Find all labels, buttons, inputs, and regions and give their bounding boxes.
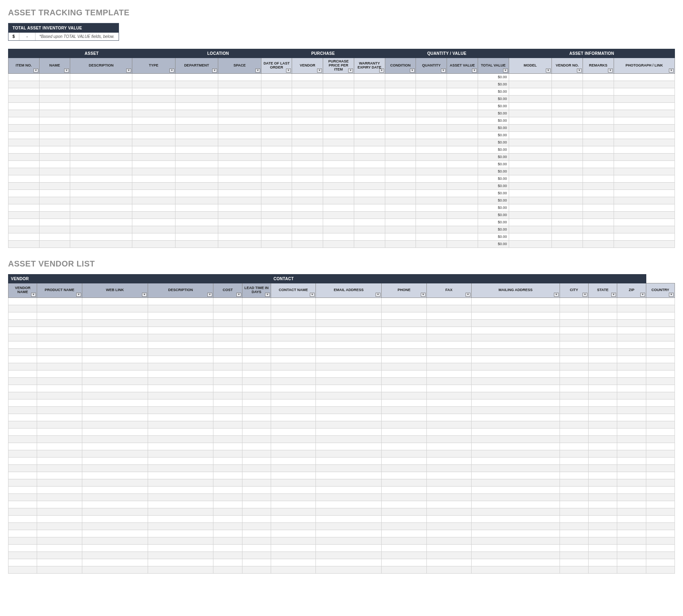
cell[interactable]	[132, 110, 175, 117]
filter-dropdown-icon[interactable]	[410, 69, 415, 73]
cell[interactable]	[37, 479, 82, 486]
cell[interactable]	[39, 233, 70, 240]
column-header[interactable]: DESCRIPTION	[70, 58, 132, 74]
filter-dropdown-icon[interactable]	[376, 293, 380, 297]
cell[interactable]	[552, 88, 583, 95]
cell[interactable]	[175, 146, 218, 153]
cell[interactable]	[8, 544, 37, 551]
cell[interactable]	[271, 522, 315, 530]
cell[interactable]	[148, 530, 213, 537]
cell[interactable]	[8, 457, 37, 464]
cell[interactable]	[175, 160, 218, 168]
cell[interactable]: $0.00	[478, 211, 509, 219]
cell[interactable]	[148, 421, 213, 428]
cell[interactable]	[588, 414, 617, 421]
cell[interactable]	[316, 472, 382, 479]
cell[interactable]	[472, 551, 560, 559]
cell[interactable]	[316, 450, 382, 457]
cell[interactable]	[560, 428, 588, 435]
cell[interactable]	[323, 73, 354, 81]
cell[interactable]	[82, 348, 148, 356]
cell[interactable]	[39, 168, 70, 175]
cell[interactable]	[552, 131, 583, 139]
cell[interactable]	[323, 226, 354, 233]
cell[interactable]	[646, 530, 675, 537]
cell[interactable]	[588, 537, 617, 544]
cell[interactable]	[213, 515, 242, 522]
cell[interactable]	[509, 189, 552, 197]
cell[interactable]	[8, 522, 37, 530]
cell[interactable]	[385, 110, 416, 117]
cell[interactable]	[316, 334, 382, 341]
cell[interactable]	[148, 508, 213, 515]
cell[interactable]	[588, 312, 617, 319]
cell[interactable]	[416, 240, 447, 248]
cell[interactable]	[213, 443, 242, 450]
cell[interactable]	[382, 551, 426, 559]
cell[interactable]	[385, 81, 416, 88]
cell[interactable]	[37, 312, 82, 319]
cell[interactable]	[37, 501, 82, 508]
cell[interactable]	[382, 421, 426, 428]
column-header[interactable]: QUANTITY	[416, 58, 447, 74]
cell[interactable]	[426, 399, 471, 406]
cell[interactable]	[382, 486, 426, 493]
cell[interactable]	[617, 385, 646, 392]
cell[interactable]	[509, 73, 552, 81]
cell[interactable]	[213, 421, 242, 428]
cell[interactable]	[447, 102, 478, 110]
cell[interactable]	[416, 168, 447, 175]
cell[interactable]	[316, 392, 382, 399]
cell[interactable]	[8, 493, 37, 501]
cell[interactable]	[617, 457, 646, 464]
cell[interactable]	[472, 472, 560, 479]
column-header[interactable]: CONDITION	[385, 58, 416, 74]
cell[interactable]	[447, 139, 478, 146]
cell[interactable]	[416, 124, 447, 131]
cell[interactable]	[323, 146, 354, 153]
cell[interactable]	[385, 189, 416, 197]
cell[interactable]	[323, 175, 354, 182]
cell[interactable]	[8, 305, 37, 312]
cell[interactable]	[37, 457, 82, 464]
cell[interactable]	[8, 211, 40, 219]
cell[interactable]	[39, 110, 70, 117]
cell[interactable]	[382, 472, 426, 479]
cell[interactable]	[213, 406, 242, 414]
cell[interactable]	[426, 544, 471, 551]
cell[interactable]	[447, 211, 478, 219]
cell[interactable]	[271, 472, 315, 479]
cell[interactable]	[646, 341, 675, 348]
cell[interactable]	[617, 472, 646, 479]
cell[interactable]	[271, 450, 315, 457]
cell[interactable]	[646, 566, 675, 573]
cell[interactable]	[354, 153, 385, 160]
cell[interactable]	[261, 219, 292, 226]
cell[interactable]	[261, 124, 292, 131]
cell[interactable]	[213, 493, 242, 501]
cell[interactable]	[8, 110, 40, 117]
cell[interactable]	[614, 240, 675, 248]
cell[interactable]	[261, 160, 292, 168]
cell[interactable]	[646, 334, 675, 341]
cell[interactable]	[617, 363, 646, 370]
cell[interactable]	[382, 406, 426, 414]
cell[interactable]	[8, 319, 37, 327]
cell[interactable]	[560, 305, 588, 312]
cell[interactable]	[617, 479, 646, 486]
cell[interactable]	[316, 501, 382, 508]
cell[interactable]	[132, 88, 175, 95]
cell[interactable]	[426, 559, 471, 566]
cell[interactable]	[271, 508, 315, 515]
cell[interactable]	[242, 515, 271, 522]
cell[interactable]	[583, 160, 614, 168]
cell[interactable]	[617, 377, 646, 385]
cell[interactable]	[8, 327, 37, 334]
cell[interactable]	[614, 182, 675, 189]
cell[interactable]	[646, 479, 675, 486]
cell[interactable]	[588, 464, 617, 472]
cell[interactable]	[416, 131, 447, 139]
cell[interactable]	[316, 508, 382, 515]
cell[interactable]	[560, 312, 588, 319]
cell[interactable]	[472, 327, 560, 334]
